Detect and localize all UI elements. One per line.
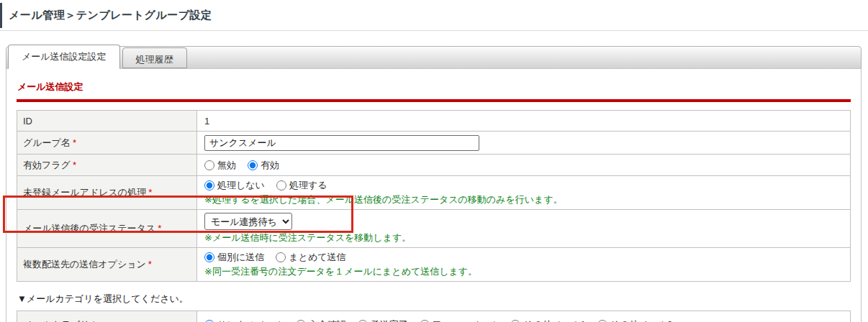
multi-destination-radio-group: 個別に送信 まとめて送信	[204, 251, 843, 264]
table-row-order-status: メール送信後の受注ステータス* モール連携待ち ※メール送信時に受注ステータスを…	[17, 210, 851, 248]
id-value-cell: 1	[197, 111, 851, 132]
radio-option-disabled[interactable]: 無効	[204, 159, 236, 172]
group-name-input[interactable]	[204, 135, 479, 151]
radio-input-payment-confirm[interactable]	[296, 320, 306, 322]
radio-label-enabled: 有効	[261, 159, 279, 172]
tab-bar: メール送信設定設定 処理履歴	[6, 46, 862, 69]
table-row-active-flag: 有効フラグ* 無効 有効	[17, 155, 851, 176]
multi-destination-label-cell: 複数配送先の送信オプション*	[17, 248, 197, 282]
radio-label-other-mail-2: その他メール2	[610, 318, 672, 322]
radio-option-send-together[interactable]: まとめて送信	[276, 251, 345, 264]
mail-category-heading: ▼メールカテゴリを選択してください。	[17, 293, 851, 305]
radio-option-payment-confirm[interactable]: 入金確認	[296, 318, 346, 322]
mail-category-radio-group: サンクスメール 入金確認 発送完了 フォローメール	[204, 318, 843, 322]
multi-destination-value-cell: 個別に送信 まとめて送信 ※同一受注番号の注文データを１メールにまとめて送信しま…	[197, 248, 851, 282]
radio-option-process[interactable]: 処理する	[276, 179, 327, 192]
required-mark: *	[148, 187, 152, 198]
radio-option-no-process[interactable]: 処理しない	[204, 179, 265, 192]
radio-option-thanks-mail[interactable]: サンクスメール	[204, 318, 284, 322]
order-status-select[interactable]: モール連携待ち	[204, 213, 292, 230]
unregistered-address-label: 未登録メールアドレスの処理	[23, 187, 146, 198]
radio-input-disabled[interactable]	[204, 160, 214, 170]
tab-mail-send-settings[interactable]: メール送信設定設定	[8, 45, 120, 69]
active-flag-label: 有効フラグ	[23, 160, 71, 170]
tab-panel: メール送信設定設定 処理履歴 メール送信設定 ID 1 グループ名*	[6, 46, 862, 322]
radio-label-thanks-mail: サンクスメール	[217, 318, 284, 322]
radio-input-process[interactable]	[276, 180, 286, 190]
table-row-id: ID 1	[17, 111, 851, 132]
section-title: メール送信設定	[17, 80, 851, 93]
id-label: ID	[23, 116, 32, 126]
page-header: メール管理＞テンプレートグループ設定	[0, 3, 868, 28]
radio-option-shipping-complete[interactable]: 発送完了	[358, 318, 408, 322]
unregistered-address-label-cell: 未登録メールアドレスの処理*	[17, 176, 197, 210]
radio-label-send-individually: 個別に送信	[217, 251, 264, 264]
radio-label-no-process: 処理しない	[217, 179, 265, 192]
radio-label-shipping-complete: 発送完了	[371, 318, 408, 322]
mail-category-label: メールカテゴリ	[23, 319, 90, 322]
tab-content: メール送信設定 ID 1 グループ名*	[6, 69, 862, 322]
radio-option-send-individually[interactable]: 個別に送信	[204, 251, 264, 264]
radio-label-payment-confirm: 入金確認	[309, 318, 346, 322]
radio-input-enabled[interactable]	[248, 160, 258, 170]
group-name-label: グループ名	[23, 137, 71, 148]
radio-input-thanks-mail[interactable]	[204, 320, 214, 322]
radio-input-other-mail-2[interactable]	[597, 320, 607, 322]
multi-destination-label: 複数配送先の送信オプション	[23, 259, 146, 270]
radio-input-other-mail-1[interactable]	[510, 320, 520, 322]
unregistered-address-value-cell: 処理しない 処理する ※処理するを選択した場合、メール送信後の受注ステータスの移…	[197, 176, 851, 210]
table-row-multi-destination: 複数配送先の送信オプション* 個別に送信 まとめて送信 ※同一受注番号の注文デー	[17, 248, 851, 282]
mail-category-value-cell: サンクスメール 入金確認 発送完了 フォローメール	[197, 311, 851, 322]
radio-input-send-together[interactable]	[276, 252, 286, 262]
radio-option-enabled[interactable]: 有効	[248, 159, 279, 172]
unregistered-address-radio-group: 処理しない 処理する	[204, 179, 843, 192]
required-mark: *	[158, 223, 161, 234]
mail-category-label-cell: メールカテゴリ*	[17, 311, 197, 322]
radio-option-other-mail-2[interactable]: その他メール2	[597, 318, 672, 322]
table-row-group-name: グループ名*	[17, 132, 851, 155]
unregistered-address-note: ※処理するを選択した場合、メール送信後の受注ステータスの移動のみを行います。	[204, 193, 843, 206]
radio-option-other-mail-1[interactable]: その他メール1	[510, 318, 585, 322]
order-status-note: ※メール送信時に受注ステータスを移動します。	[204, 231, 843, 244]
radio-input-follow-mail[interactable]	[420, 320, 430, 322]
order-status-label-cell: メール送信後の受注ステータス*	[17, 210, 197, 248]
page-title: メール管理＞テンプレートグループ設定	[9, 9, 861, 22]
mail-category-table: メールカテゴリ* サンクスメール 入金確認	[17, 310, 851, 322]
table-row-unregistered-address: 未登録メールアドレスの処理* 処理しない 処理する ※処理するを選択した場合、メ	[17, 176, 851, 210]
required-mark: *	[73, 137, 76, 148]
radio-label-other-mail-1: その他メール1	[523, 318, 585, 322]
active-flag-label-cell: 有効フラグ*	[17, 155, 197, 176]
required-mark: *	[148, 259, 152, 270]
group-name-label-cell: グループ名*	[17, 132, 197, 155]
radio-label-disabled: 無効	[217, 159, 236, 172]
multi-destination-note: ※同一受注番号の注文データを１メールにまとめて送信します。	[204, 265, 843, 278]
order-status-label: メール送信後の受注ステータス	[23, 223, 155, 234]
mail-send-settings-table: ID 1 グループ名* 有効フラグ*	[17, 110, 851, 282]
table-row-mail-category: メールカテゴリ* サンクスメール 入金確認	[17, 311, 851, 322]
order-status-value-cell: モール連携待ち ※メール送信時に受注ステータスを移動します。	[197, 210, 851, 248]
section-rule	[17, 99, 851, 102]
radio-label-process: 処理する	[289, 179, 327, 192]
group-name-value-cell	[197, 132, 851, 155]
radio-input-no-process[interactable]	[204, 180, 214, 190]
radio-input-send-individually[interactable]	[204, 252, 214, 262]
required-mark: *	[92, 319, 96, 322]
header-divider	[0, 30, 868, 31]
id-label-cell: ID	[17, 111, 197, 132]
required-mark: *	[73, 160, 76, 170]
radio-label-follow-mail: フォローメール	[433, 318, 499, 322]
tab-process-history[interactable]: 処理履歴	[122, 47, 187, 68]
radio-option-follow-mail[interactable]: フォローメール	[420, 318, 499, 322]
active-flag-value-cell: 無効 有効	[197, 155, 851, 176]
radio-label-send-together: まとめて送信	[289, 251, 345, 264]
active-flag-radio-group: 無効 有効	[204, 159, 843, 172]
radio-input-shipping-complete[interactable]	[358, 320, 368, 322]
id-value: 1	[204, 116, 209, 126]
